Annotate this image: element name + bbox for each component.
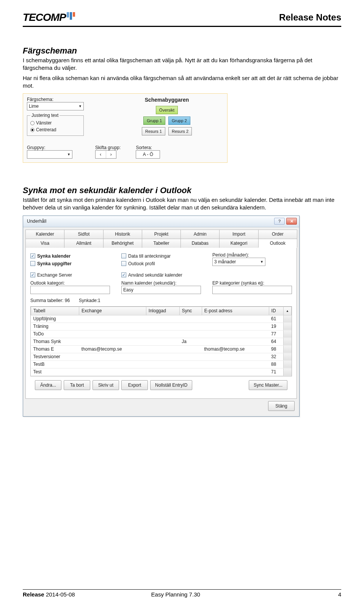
table-row[interactable]: Träning19: [31, 323, 292, 330]
tab-historik[interactable]: Historik: [103, 230, 142, 239]
table-row[interactable]: Testversioner32: [31, 353, 292, 360]
checkbox-icon: [121, 253, 126, 258]
cell-id: 77: [269, 330, 284, 338]
table-row[interactable]: Thomas Ethomas@tecomp.sethomas@tecomp.se…: [31, 345, 292, 353]
col-sync[interactable]: Sync: [179, 307, 202, 315]
close-button[interactable]: Stäng: [268, 401, 295, 411]
tab-databas[interactable]: Databas: [180, 239, 220, 248]
table-row[interactable]: Test71: [31, 368, 292, 376]
col-id[interactable]: ID: [269, 307, 284, 315]
overview-button[interactable]: Översikt: [156, 106, 178, 114]
table-row[interactable]: ToDo77: [31, 330, 292, 338]
tab-projekt[interactable]: Projekt: [142, 230, 181, 239]
sort-box[interactable]: A - Ö: [136, 150, 160, 159]
cell-exchange: [79, 315, 146, 323]
cell-inloggad: [146, 353, 179, 360]
tab-allmänt[interactable]: Allmänt: [64, 239, 103, 248]
outlook-cat-input[interactable]: [30, 286, 110, 294]
scroll-up-icon[interactable]: ▲: [284, 307, 292, 315]
tab-sidfot[interactable]: Sidfot: [64, 230, 103, 239]
checkbox-icon: [121, 261, 126, 266]
ndra-button[interactable]: Ändra...: [35, 380, 61, 390]
tab-tabeller[interactable]: Tabeller: [142, 239, 181, 248]
tab-kalender[interactable]: Kalender: [25, 230, 64, 239]
tab-behörighet[interactable]: Behörighet: [103, 239, 142, 248]
group2-button[interactable]: Grupp 2: [168, 116, 190, 125]
secondary-cal-checkbox[interactable]: Använd sekundär kalender: [121, 271, 201, 279]
tab-admin[interactable]: Admin: [180, 230, 220, 239]
secondary-cal-label: Använd sekundär kalender: [128, 272, 182, 278]
sync-master-button[interactable]: Sync Master...: [249, 380, 287, 390]
colorscheme-label: Färgschema:: [27, 97, 95, 102]
tab-visa[interactable]: Visa: [25, 239, 64, 248]
cell-sync: [179, 323, 202, 330]
scrollbar-track[interactable]: [284, 330, 292, 338]
cell-inloggad: [146, 360, 179, 368]
res2-button[interactable]: Resurs 2: [168, 127, 192, 135]
col-exchange[interactable]: Exchange: [79, 307, 146, 315]
dialog-button-row: Ändra...Ta bortSkriv utExportNollställ E…: [30, 376, 292, 394]
cell-epost: [202, 330, 269, 338]
cell-exchange: [79, 330, 146, 338]
tab-outlook[interactable]: Outlook: [258, 239, 297, 248]
colorscheme-combo[interactable]: Lime ▼: [27, 102, 84, 110]
shift-spinner[interactable]: ‹ ›: [95, 150, 116, 159]
chevron-down-icon: ▼: [260, 260, 264, 264]
res1-button[interactable]: Resurs 1: [142, 127, 165, 135]
ta-bort-button[interactable]: Ta bort: [64, 380, 90, 390]
sec-name-input[interactable]: Easy: [121, 286, 201, 294]
ep-cat-input[interactable]: [212, 286, 292, 294]
section1-p2: Har ni flera olika scheman kan ni använd…: [23, 74, 341, 90]
colorscheme-value: Lime: [29, 104, 39, 109]
schemabyggaren-panel: Färgschema: Lime ▼ Justering text Vänste…: [23, 93, 228, 163]
justify-center-radio[interactable]: Centrerad: [30, 126, 80, 133]
cell-exchange: [79, 360, 146, 368]
col-tabell[interactable]: Tabell: [31, 307, 79, 315]
scrollbar-track[interactable]: [284, 353, 292, 360]
table-row[interactable]: TestB88: [31, 360, 292, 368]
tab-import[interactable]: Import: [219, 230, 258, 239]
scrollbar-track[interactable]: [284, 345, 292, 353]
nollst-ll-entryid-button[interactable]: Nollställ EntryID: [150, 380, 192, 390]
schemabyggaren-title: Schemabyggaren: [110, 97, 223, 103]
cell-exchange: [79, 353, 146, 360]
cell-tabell: Test: [31, 368, 79, 376]
export-button[interactable]: Export: [121, 380, 148, 390]
col-inloggad[interactable]: Inloggad: [146, 307, 179, 315]
outlook-cat-label: Outlook kategori:: [30, 280, 110, 286]
tab-order[interactable]: Order: [258, 230, 297, 239]
scrollbar-track[interactable]: [284, 338, 292, 345]
chevron-down-icon: ▼: [67, 153, 71, 156]
outlook-profile-checkbox[interactable]: Outlook profil: [121, 260, 201, 268]
cell-epost: thomas@tecomp.se: [202, 345, 269, 353]
scrollbar-track[interactable]: [284, 315, 292, 323]
col-e-post-adress[interactable]: E-post adress: [202, 307, 269, 315]
data-notes-checkbox[interactable]: Data till anteckningar: [121, 252, 201, 260]
sort-label: Sortera:: [136, 145, 160, 150]
scrollbar-track[interactable]: [284, 360, 292, 368]
skriv-ut-button[interactable]: Skriv ut: [93, 380, 119, 390]
cell-tabell: Thomas Synk: [31, 338, 79, 345]
sync-calendar-label: Synka kalender: [37, 253, 71, 259]
table-row[interactable]: Thomas SynkJa64: [31, 338, 292, 345]
scrollbar-track[interactable]: [284, 368, 292, 376]
cell-sync: [179, 330, 202, 338]
table-row[interactable]: Uppföljning61: [31, 315, 292, 323]
sync-tasks-label: Synka uppgifter: [37, 261, 72, 266]
close-window-button[interactable]: ✕: [286, 218, 297, 225]
group1-button[interactable]: Grupp 1: [143, 116, 165, 125]
cell-tabell: ToDo: [31, 330, 79, 338]
sync-tasks-checkbox[interactable]: Synka uppgifter: [30, 260, 110, 268]
justify-left-radio[interactable]: Vänster: [30, 120, 80, 126]
justify-center-label: Centrerad: [36, 127, 56, 132]
period-combo[interactable]: 3 månader ▼: [212, 258, 265, 266]
groupview-combo[interactable]: ▼: [27, 150, 72, 159]
sync-calendar-checkbox[interactable]: Synka kalender: [30, 252, 110, 260]
cell-exchange: [79, 338, 146, 345]
cell-id: 32: [269, 353, 284, 360]
exchange-checkbox[interactable]: Exchange Server: [30, 271, 110, 279]
help-button[interactable]: ?: [274, 218, 285, 225]
cell-sync: [179, 368, 202, 376]
scrollbar-track[interactable]: [284, 323, 292, 330]
tab-kategori[interactable]: Kategori: [219, 239, 258, 248]
